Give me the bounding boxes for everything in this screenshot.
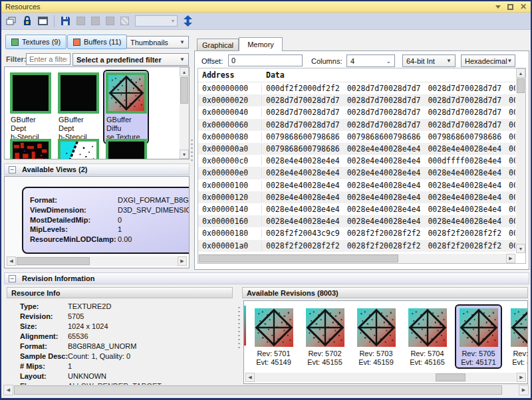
field-value: 1024 x 1024 [68, 322, 108, 330]
vertical-splitter-grip[interactable] [190, 138, 194, 162]
scrollbar-thumb[interactable] [199, 254, 398, 262]
revision-thumbnail[interactable]: Rev: 5704 Evt: 45165 [404, 304, 451, 369]
revision-rev-label: Rev: 5701 [251, 350, 296, 358]
memory-table: Address Data 0x00000000 000df2f2000df2f2… [198, 68, 526, 264]
revision-evt-label: Evt: 45165 [405, 358, 450, 367]
columns-combobox[interactable]: 4 ⌄ [346, 54, 395, 67]
revision-thumbnail[interactable]: Rev: 5705 Evt: 45171 [455, 304, 502, 369]
window-menu-icon[interactable] [495, 5, 501, 9]
scroll-right-icon[interactable]: ▶ [178, 256, 187, 266]
titlebar[interactable]: Resources ✕ [1, 1, 531, 13]
scroll-sync-icon[interactable] [184, 15, 192, 27]
diffuse-texture-art [306, 308, 344, 347]
tab-graphical[interactable]: Graphical [197, 39, 239, 51]
buffers-toggle-button[interactable]: Buffers (11) [67, 35, 127, 49]
scroll-down-icon[interactable]: ▼ [516, 244, 525, 253]
memory-table-row[interactable]: 0x00000020 0028d7d70028d7d7 0028d7d70028… [198, 94, 515, 106]
save-icon[interactable] [61, 16, 70, 26]
revisions-h-scrollbar[interactable]: ◀ ▶ [245, 373, 526, 382]
texture-thumbnail[interactable] [103, 136, 149, 159]
memory-table-row[interactable]: 0x000000a0 0079868600798686 0028e4e40028… [198, 143, 515, 155]
scroll-left-icon[interactable]: ◀ [245, 373, 255, 382]
memory-address: 0x00000080 [198, 132, 262, 142]
scroll-left-icon[interactable]: ◀ [7, 256, 16, 266]
field-value: UNKNOWN [68, 372, 106, 380]
memory-table-row[interactable]: 0x00000100 0028e4e40028e4e4 0028e4e40028… [198, 179, 515, 191]
address-header[interactable]: Address [198, 70, 262, 80]
buffers-button-label: Buffers (11) [84, 38, 121, 46]
memory-address: 0x00000060 [198, 120, 262, 130]
field-row: MipLevels: 1 [23, 225, 190, 235]
scrollbar-thumb[interactable] [180, 77, 188, 104]
memory-data: 0028e4e40028e4e4 0028e4e40028e4e4 0028e4… [262, 168, 515, 177]
buffers-swatch-icon [73, 39, 80, 46]
scrollbar-thumb[interactable] [17, 257, 90, 265]
revision-information-header[interactable]: − Revision Information [4, 272, 529, 284]
texture-thumbnail[interactable]: GBuffer Diffuse Texture [103, 70, 149, 144]
revision-thumbnail[interactable]: Rev: 5702 Evt: 45155 [301, 304, 348, 369]
texture-thumbnail[interactable] [55, 136, 101, 159]
scroll-up-icon[interactable]: ▲ [516, 68, 525, 78]
available-views-header[interactable]: − Available Views (2) [4, 163, 190, 175]
predefined-filter-value: Select a predefined filter [76, 56, 162, 64]
memory-data: 0028d7d70028d7d7 0028d7d70028d7d7 0028d7… [262, 96, 515, 105]
predefined-filter-dropdown[interactable]: Select a predefined filter ▼ [72, 53, 189, 66]
memory-table-row[interactable]: 0x00000180 0028f2f20043c9c9 0028f2f20028… [198, 227, 515, 239]
memory-table-row[interactable]: 0x00000060 0028d7d70028d7d7 0028d7d70028… [198, 119, 515, 131]
tab-memory[interactable]: Memory [239, 37, 283, 51]
memory-h-scrollbar[interactable]: ▶ [198, 254, 515, 263]
vertical-splitter-grip[interactable] [237, 306, 241, 350]
field-value: D3D_SRV_DIMENSION_TE [118, 206, 190, 214]
revision-thumbnail[interactable]: Rev: 5703 Evt: 45159 [352, 304, 400, 369]
field-label: MipLevels: [30, 225, 68, 233]
bottom-h-scrollbar[interactable]: ◀ ▶ [3, 385, 529, 395]
collapse-icon[interactable]: − [9, 166, 16, 173]
memory-table-row[interactable]: 0x000000c0 0028e4e40028e4e4 0028e4e40028… [198, 155, 515, 167]
view-description-card[interactable]: Format: DXGI_FORMAT_B8G8R8A8 ViewDimensi… [22, 187, 190, 254]
maximize-icon[interactable] [507, 4, 513, 10]
field-row: Format: B8G8R8A8_UNORM [7, 342, 233, 352]
scrollbar-thumb[interactable] [14, 385, 502, 395]
memory-address: 0x00000140 [198, 205, 262, 214]
collapse-icon[interactable]: − [9, 275, 16, 282]
scroll-left-icon[interactable]: ◀ [3, 385, 13, 395]
memory-table-row[interactable]: 0x00000160 0028e4e40028e4e4 0028e4e40028… [198, 215, 515, 227]
scroll-right-icon[interactable]: ▶ [517, 373, 526, 382]
type-dropdown[interactable]: 64-bit Int ▼ [402, 54, 456, 67]
scroll-down-icon[interactable]: ▼ [180, 150, 189, 159]
scroll-right-icon[interactable]: ▶ [519, 385, 529, 395]
memory-table-row[interactable]: 0x000001a0 0028f2f20028f2f2 0028f2f20028… [198, 240, 515, 252]
memory-table-row[interactable]: 0x00000140 0028e4e40028e4e4 0028e4e40028… [198, 203, 515, 215]
texture-list-scrollbar[interactable]: ▲ ▼ [180, 67, 189, 159]
scrollbar-thumb[interactable] [436, 373, 466, 381]
data-header[interactable]: Data [262, 70, 285, 80]
memory-table-row[interactable]: 0x00000080 0079868600798686 007986860079… [198, 131, 515, 143]
views-h-scrollbar[interactable]: ◀ ▶ [7, 256, 187, 266]
memory-table-row[interactable]: 0x000000e0 0028e4e40028e4e4 0028e4e40028… [198, 167, 515, 179]
scroll-right-icon[interactable]: ▶ [506, 254, 515, 263]
texture-thumbnail[interactable] [7, 136, 53, 159]
format-dropdown[interactable]: Hexadecimal ▼ [461, 54, 515, 67]
float-window-icon[interactable] [38, 17, 48, 25]
cascade-windows-icon[interactable] [6, 17, 17, 26]
view-mode-dropdown[interactable]: Thumbnails ▼ [126, 36, 189, 49]
close-icon[interactable]: ✕ [520, 4, 527, 10]
window-title: Resources [5, 3, 41, 11]
memory-table-row[interactable]: 0x00000000 000df2f2000df2f2 0028d7d70028… [198, 82, 515, 94]
columns-value: 4 [350, 57, 354, 65]
memory-v-scrollbar[interactable]: ▲ ▼ [516, 68, 525, 253]
resource-info-header: Resource Info [7, 287, 233, 298]
revision-image [357, 308, 396, 347]
revision-thumbnail[interactable]: Rev: 5701 Evt: 45149 [250, 304, 297, 369]
revision-thumbnail[interactable]: Rev: 5706 Evt: 45175 [506, 304, 528, 369]
lock-icon[interactable] [23, 16, 32, 26]
memory-address: 0x00000040 [198, 108, 262, 117]
textures-toggle-button[interactable]: Textures (9) [5, 35, 66, 49]
memory-table-row[interactable]: 0x00000120 0028e4e40028e4e4 0028e4e40028… [198, 191, 515, 203]
filter-input[interactable] [26, 53, 70, 65]
revision-rev-label: Rev: 5706 [507, 350, 528, 358]
scrollbar-thumb[interactable] [517, 78, 525, 93]
offset-input[interactable] [228, 54, 303, 66]
memory-table-row[interactable]: 0x00000040 0028d7d70028d7d7 0028d7d70028… [198, 106, 515, 118]
scroll-up-icon[interactable]: ▲ [180, 67, 189, 76]
